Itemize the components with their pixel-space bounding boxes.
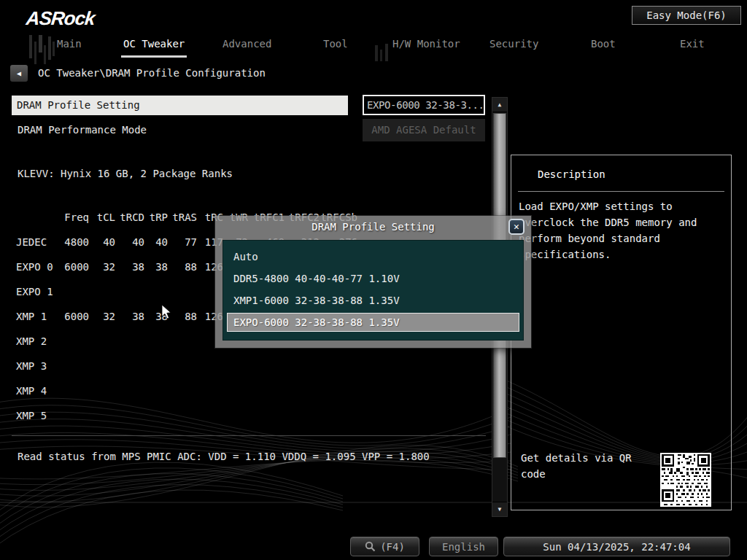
close-icon: ✕ [514, 221, 519, 232]
tab-tool[interactable]: Tool [321, 38, 350, 55]
description-panel: Description Load EXPO/XMP settings to ov… [511, 155, 732, 510]
search-button[interactable]: (F4) [350, 537, 419, 556]
deco-bar [48, 36, 51, 60]
qr-caption: Get details via QR code [521, 450, 656, 482]
table-cell: 77 [168, 236, 197, 248]
divider [518, 191, 724, 192]
dialog-option[interactable]: XMP1-6000 32-38-38-88 1.35V [222, 289, 524, 311]
pmic-status-line: Read status from MPS PMIC ADC: VDD = 1.1… [18, 451, 430, 462]
table-cell: XMP 2 [16, 335, 63, 347]
dialog-option[interactable]: Auto [222, 246, 524, 268]
table-cell: tRP [144, 211, 168, 223]
table-cell: 4800 [63, 236, 89, 248]
dialog-title: DRAM Profile Setting [215, 216, 531, 240]
description-title: Description [538, 168, 605, 180]
table-row: XMP 4 [16, 385, 63, 398]
datetime-display: Sun 04/13/2025, 22:47:04 [503, 537, 730, 556]
tab-advanced[interactable]: Advanced [220, 38, 274, 55]
table-cell: 38 [144, 261, 168, 273]
scrollbar-down-icon[interactable]: ▼ [492, 502, 507, 516]
back-button[interactable]: ◀ [10, 65, 28, 82]
divider [12, 435, 486, 436]
tab-hw-monitor[interactable]: H/W Monitor [390, 38, 462, 55]
breadcrumb: OC Tweaker\DRAM Profile Configuration [38, 67, 266, 79]
table-row: XMP 1600032383888126 [16, 311, 223, 324]
tab-main[interactable]: Main [55, 38, 84, 55]
table-cell: JEDEC [16, 236, 63, 248]
table-row: XMP 5 [16, 410, 63, 423]
table-cell: Freq [63, 211, 89, 223]
description-text: Load EXPO/XMP settings to overclock the … [519, 198, 697, 262]
deco-bar [39, 35, 42, 52]
back-arrow-icon: ◀ [17, 69, 21, 77]
table-cell: XMP 3 [16, 360, 63, 372]
language-label: English [442, 541, 485, 553]
deco-bar [44, 45, 46, 64]
table-cell: 6000 [63, 311, 89, 322]
table-cell: tRCD [115, 211, 144, 223]
mouse-cursor [161, 304, 173, 320]
table-cell: tCL [89, 211, 115, 223]
tab-security[interactable]: Security [487, 38, 541, 55]
dram-profile-setting-row[interactable]: DRAM Profile Setting [12, 96, 348, 115]
table-cell: EXPO 0 [16, 261, 63, 273]
search-hotkey-label: (F4) [380, 541, 405, 553]
scrollbar-up-icon[interactable]: ▲ [492, 98, 507, 112]
dialog-option[interactable]: DDR5-4800 40-40-40-77 1.10V [222, 268, 524, 289]
dialog-option-list: Auto DDR5-4800 40-40-40-77 1.10V XMP1-60… [222, 240, 524, 341]
table-cell: 6000 [63, 261, 89, 273]
memory-module-info: KLEVV: Hynix 16 GB, 2 Package Ranks [18, 168, 233, 179]
dialog-option-selected[interactable]: EXPO-6000 32-38-38-88 1.35V [227, 313, 519, 332]
dram-profile-setting-value[interactable]: EXPO-6000 32-38-3... [363, 95, 485, 115]
table-cell: 38 [115, 311, 144, 322]
dram-performance-mode-label[interactable]: DRAM Performance Mode [18, 124, 147, 136]
language-button[interactable]: English [429, 537, 498, 556]
dram-profile-dialog: DRAM Profile Setting ✕ Auto DDR5-4800 40… [215, 216, 531, 348]
table-row: XMP 2 [16, 335, 63, 349]
table-cell: EXPO 1 [16, 286, 63, 298]
table-cell: 32 [89, 261, 115, 273]
table-cell: 88 [168, 261, 197, 273]
tab-exit[interactable]: Exit [678, 38, 707, 55]
datetime-label: Sun 04/13/2025, 22:47:04 [543, 541, 690, 553]
table-cell: XMP 5 [16, 410, 63, 421]
table-row: EXPO 1 [16, 286, 63, 299]
table-cell: 40 [89, 236, 115, 248]
table-cell: 32 [89, 311, 115, 322]
table-cell: XMP 1 [16, 311, 63, 322]
easy-mode-button[interactable]: Easy Mode(F6) [632, 6, 741, 25]
deco-bar [29, 35, 32, 58]
deco-bar [34, 42, 36, 64]
table-cell: 40 [144, 236, 168, 248]
deco-bar [385, 44, 388, 61]
search-icon [365, 541, 376, 552]
table-row: EXPO 0600032383888126 [16, 261, 223, 274]
tab-oc-tweaker[interactable]: OC Tweaker [121, 38, 187, 58]
asrock-logo: ASRock [25, 7, 96, 30]
table-cell: 40 [115, 236, 144, 248]
table-cell: XMP 4 [16, 385, 63, 397]
tab-boot[interactable]: Boot [589, 38, 618, 55]
deco-bar [375, 45, 378, 61]
qr-code [660, 451, 711, 508]
dram-performance-mode-value: AMD AGESA Default [363, 119, 485, 141]
table-row: XMP 3 [16, 360, 63, 373]
table-cell: 38 [115, 261, 144, 273]
deco-bar [380, 50, 382, 61]
bios-screen: ASRock Easy Mode(F6) Main OC Tweaker Adv… [0, 0, 747, 560]
close-button[interactable]: ✕ [508, 219, 525, 235]
table-cell: tRAS [168, 211, 197, 223]
